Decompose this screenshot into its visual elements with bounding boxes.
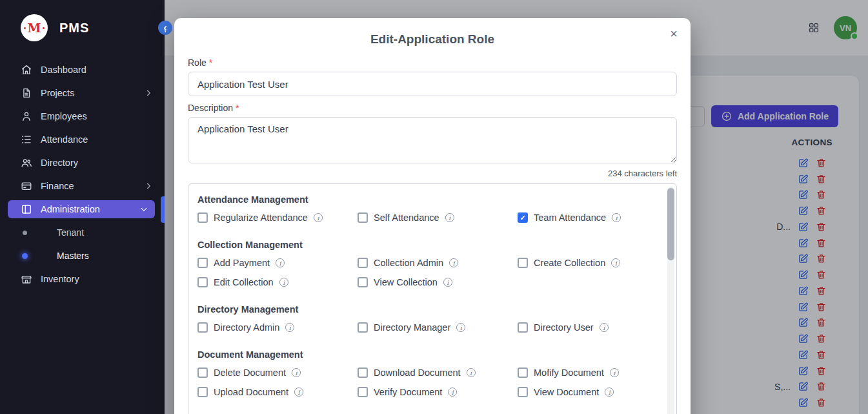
sidebar-item-label: Projects [41,88,74,98]
person-icon [21,110,32,122]
permission-checkbox-item[interactable]: Directory Useri [518,322,654,333]
info-icon[interactable]: i [448,388,457,397]
permission-group: Collection ManagementAdd PaymentiCollect… [197,240,654,287]
permission-label: Verify Document [374,387,442,397]
permission-label: Delete Document [214,367,286,378]
sidebar-subitem-label: Tenant [57,227,84,238]
sidebar-item-directory[interactable]: Directory [0,151,165,174]
permission-checkbox-item[interactable]: Add Paymenti [197,258,358,268]
permission-checkbox-item[interactable]: Create Collectioni [518,258,654,268]
info-icon[interactable]: i [292,368,301,377]
permission-checkbox-item[interactable]: Upload Documenti [197,387,358,397]
description-label-text: Description [188,103,233,113]
checkbox-unchecked[interactable] [197,387,208,397]
sidebar-item-label: Directory [41,158,78,168]
sidebar-subitem-masters[interactable]: Masters [0,244,165,267]
sidebar-item-finance[interactable]: Finance [0,174,165,198]
info-icon[interactable]: i [443,278,452,287]
brand: M PMS [0,0,165,52]
checkbox-unchecked[interactable] [518,258,528,268]
permission-checkbox-item[interactable]: Directory Admini [197,322,358,333]
checkbox-unchecked[interactable] [518,322,528,333]
checkbox-unchecked[interactable] [197,212,208,223]
permission-groups: Attendance ManagementRegularize Attendan… [188,184,676,414]
checkbox-unchecked[interactable] [358,367,368,378]
info-icon[interactable]: i [285,323,294,332]
sidebar-item-label: Inventory [41,274,79,284]
sidebar-collapse-button[interactable] [158,21,172,35]
list-icon [21,134,32,145]
info-icon[interactable]: i [610,368,619,377]
info-icon[interactable]: i [611,258,620,267]
document-icon [21,87,32,99]
sidebar-item-employees[interactable]: Employees [0,105,165,128]
permission-label: Directory User [534,322,594,333]
finance-card-icon [21,180,32,192]
checkbox-unchecked[interactable] [518,387,528,397]
permission-label: Self Attendance [374,212,439,223]
permission-label: Collection Admin [374,258,443,268]
permission-label: Add Payment [214,258,270,268]
checkbox-checked[interactable]: ✓ [518,212,528,223]
checkbox-unchecked[interactable] [358,322,368,333]
sidebar-subitem-label: Masters [57,251,89,261]
checkbox-unchecked[interactable] [197,322,208,333]
sidebar-item-projects[interactable]: Projects [0,81,165,105]
permission-checkbox-item[interactable]: Edit Collectioni [197,277,358,287]
sidebar-item-dashboard[interactable]: Dashboard [0,58,165,81]
permission-group: Directory ManagementDirectory AdminiDire… [197,304,654,333]
permission-label: Upload Document [214,387,288,397]
permission-checkbox-item[interactable]: Mofify Documenti [518,367,654,378]
permission-checkbox-item[interactable]: Delete Documenti [197,367,358,378]
checkbox-unchecked[interactable] [358,258,368,268]
sidebar-item-administration[interactable]: Administration [8,200,155,218]
info-icon[interactable]: i [314,213,323,222]
info-icon[interactable]: i [449,258,458,267]
close-icon[interactable]: × [670,27,678,40]
checkbox-unchecked[interactable] [358,277,368,287]
bullet-dot-icon [21,231,28,235]
edit-application-role-modal: Edit-Application Role × Role * Descripti… [174,18,691,414]
checkbox-unchecked[interactable] [197,258,208,268]
checkbox-unchecked[interactable] [518,367,528,378]
description-textarea[interactable]: Application Test User [188,117,677,163]
permission-group: Attendance ManagementRegularize Attendan… [197,194,654,223]
info-icon[interactable]: i [279,278,288,287]
sidebar-subitem-tenant[interactable]: Tenant [0,221,165,244]
info-icon[interactable]: i [600,323,609,332]
info-icon[interactable]: i [276,258,285,267]
info-icon[interactable]: i [456,323,465,332]
sidebar-item-label: Administration [41,204,100,214]
chevron-right-icon [144,181,153,191]
sidebar-item-attendance[interactable]: Attendance [0,128,165,151]
permission-checkbox-item[interactable]: Download Documenti [358,367,518,378]
permission-checkbox-item[interactable]: Verify Documenti [358,387,518,397]
sidebar-item-inventory[interactable]: Inventory [0,267,165,291]
logo-dot-icon [24,27,26,29]
permission-checkbox-item[interactable]: Self Attendancei [358,212,518,223]
permission-checkbox-item[interactable]: ✓Team Attendancei [518,212,654,223]
checkbox-unchecked[interactable] [358,387,368,397]
required-asterisk: * [209,57,212,68]
required-asterisk: * [236,103,239,113]
checkbox-unchecked[interactable] [358,212,368,223]
permission-checkbox-item[interactable]: Regularize Attendancei [197,212,358,223]
info-icon[interactable]: i [294,388,303,397]
role-input[interactable] [188,72,677,96]
modal-title: Edit-Application Role [188,18,677,47]
info-icon[interactable]: i [445,213,454,222]
characters-left: 234 characters left [188,169,677,178]
info-icon[interactable]: i [612,213,621,222]
permission-label: Directory Admin [214,322,279,333]
permission-checkbox-item[interactable]: Directory Manageri [358,322,518,333]
permission-checkbox-item[interactable]: View Collectioni [358,277,518,287]
info-icon[interactable]: i [467,368,476,377]
checkbox-unchecked[interactable] [197,367,208,378]
checkbox-unchecked[interactable] [197,277,208,287]
permission-checkbox-item[interactable]: View Documenti [518,387,654,397]
info-icon[interactable]: i [605,388,614,397]
sidebar: M PMS Dashboard Projects Employees Atten… [0,0,165,414]
scrollbar-thumb[interactable] [667,188,674,260]
chevron-right-icon [144,88,153,98]
permission-checkbox-item[interactable]: Collection Admini [358,258,518,268]
